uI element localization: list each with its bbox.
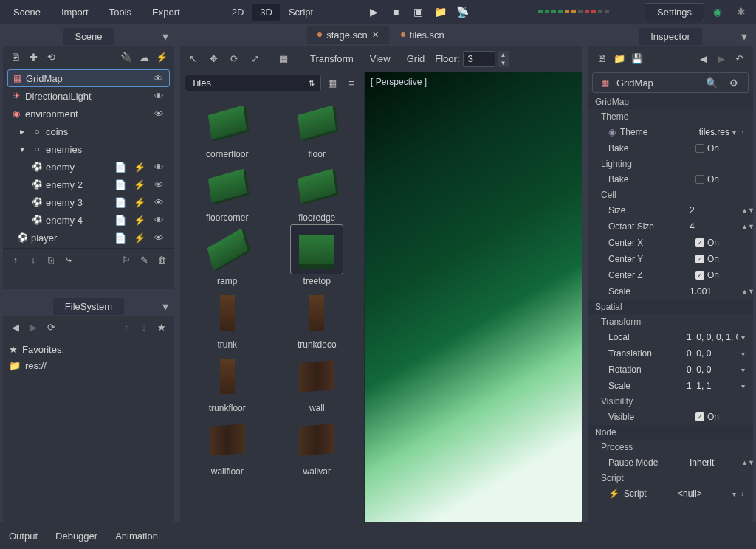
prop-center-z[interactable]: Center Z ✓On <box>588 267 753 283</box>
prop-octant-size[interactable]: Octant Size 4 ▲▼ <box>588 218 753 235</box>
tile-floor[interactable]: floor <box>276 97 359 159</box>
insp-history-icon[interactable]: ↶ <box>731 50 747 66</box>
fs-favorites[interactable]: ★Favorites: <box>9 341 168 357</box>
tree-node-environment[interactable]: ◉environment 👁 <box>7 105 170 122</box>
fs-res-root[interactable]: 📁res:// <box>9 357 168 373</box>
delete-icon[interactable]: 🗑 <box>154 252 170 268</box>
prop-pause-mode[interactable]: Pause Mode Inherit ▲▼ <box>588 455 753 471</box>
nav-forward-icon[interactable]: ▶ <box>25 319 41 335</box>
script-icon[interactable]: ⚡ <box>131 212 148 228</box>
tile-wallvar[interactable]: wallvar <box>276 415 359 477</box>
insp-save-icon[interactable]: 💾 <box>629 50 645 66</box>
insp-forward-icon[interactable]: ▶ <box>713 50 729 66</box>
tile-flooredge[interactable]: flooredge <box>276 161 359 223</box>
tree-node-enemy-2[interactable]: ⚽enemy 2 📄 ⚡ 👁 <box>7 176 170 193</box>
other-tool-icon[interactable]: ⚐ <box>118 252 134 268</box>
menu-export[interactable]: Export <box>143 4 189 21</box>
visibility-icon[interactable]: 👁 <box>151 106 167 122</box>
menu-scene[interactable]: Scene <box>4 4 49 21</box>
insp-back-icon[interactable]: ◀ <box>695 50 712 66</box>
visibility-icon[interactable]: 👁 <box>151 212 167 228</box>
tree-node-player[interactable]: ⚽player 📄 ⚡ 👁 <box>7 229 170 246</box>
tree-node-enemy[interactable]: ⚽enemy 📄 ⚡ 👁 <box>7 158 170 176</box>
open-scene-icon[interactable]: 📄 <box>112 194 128 210</box>
prop-local[interactable]: Local 1, 0, 0, 0, 1, 0, 0, 0, 1, 0, 0, 0… <box>588 329 753 345</box>
visibility-icon[interactable]: 👁 <box>151 176 167 193</box>
inspector-panel-tab[interactable]: Inspector ▾ <box>588 27 753 46</box>
tile-ramp[interactable]: ramp <box>186 224 269 286</box>
tile-trunkfloor[interactable]: trunkfloor <box>186 351 269 413</box>
prop-cell-scale[interactable]: Scale 1.001 ▲▼ <box>588 283 753 300</box>
prop-theme[interactable]: ◉ Theme tiles.res ▾› <box>588 124 753 140</box>
visibility-icon[interactable]: 👁 <box>151 194 167 210</box>
settings-button[interactable]: Settings <box>645 3 704 21</box>
select-tool-icon[interactable]: ↖ <box>185 51 201 67</box>
duplicate-icon[interactable]: ⎘ <box>43 252 59 268</box>
tree-node-gridmap[interactable]: ▦GridMap 👁 <box>7 69 170 87</box>
checkbox-icon[interactable] <box>695 175 704 184</box>
insp-open-icon[interactable]: 📁 <box>611 50 628 66</box>
open-scene-icon[interactable]: 📁 <box>430 3 450 21</box>
open-scene-icon[interactable]: 📄 <box>112 176 128 193</box>
open-scene-icon[interactable]: 📄 <box>112 159 128 175</box>
floor-input[interactable] <box>463 51 495 67</box>
gear-icon[interactable]: ⚙ <box>726 75 742 91</box>
checkbox-icon[interactable]: ✓ <box>695 271 704 280</box>
favorite-icon[interactable]: ★ <box>154 319 170 335</box>
script-icon[interactable]: ⚡ <box>131 159 148 175</box>
tree-node-coins[interactable]: ▸○ coins <box>7 122 170 140</box>
view-3d-button[interactable]: 3D <box>252 4 280 21</box>
visibility-icon[interactable]: 👁 <box>151 229 167 246</box>
tiles-library-select[interactable]: Tiles ⇅ <box>185 75 321 92</box>
visibility-icon[interactable]: 👁 <box>150 70 166 86</box>
tile-floorcorner[interactable]: floorcorner <box>186 161 269 223</box>
play-scene-icon[interactable]: ▣ <box>408 3 428 21</box>
local-coords-icon[interactable]: ▦ <box>275 51 292 67</box>
prop-script[interactable]: ⚡ Script <null> ▾› <box>588 486 753 502</box>
inspector-panel-menu-icon[interactable]: ▾ <box>741 30 747 44</box>
scene-panel-menu-icon[interactable]: ▾ <box>162 30 168 44</box>
prop-translation[interactable]: Translation 0, 0, 0 ▾ <box>588 345 753 362</box>
grid-menu[interactable]: Grid <box>401 51 431 66</box>
move-tool-icon[interactable]: ✥ <box>205 51 221 67</box>
prop-visible[interactable]: Visible ✓On <box>588 409 753 425</box>
tree-node-directional-light[interactable]: ☀DirectionalLight 👁 <box>7 87 170 105</box>
scene-panel-tab[interactable]: Scene ▾ <box>3 27 174 46</box>
tile-trunkdeco[interactable]: trunkdeco <box>276 288 359 350</box>
move-down-icon[interactable]: ↓ <box>25 252 41 268</box>
reparent-icon[interactable]: ⤷ <box>61 252 77 268</box>
tile-treetop[interactable]: treetop <box>276 224 359 286</box>
script-icon[interactable]: ⚡ <box>131 229 148 246</box>
script-icon[interactable]: ⚡ <box>131 176 148 193</box>
prop-bake-lighting[interactable]: Bake On <box>588 171 753 187</box>
animation-tab[interactable]: Animation <box>115 531 158 542</box>
tile-trunk[interactable]: trunk <box>186 288 269 350</box>
nav-down-icon[interactable]: ↓ <box>136 319 152 335</box>
connect-icon[interactable]: 🔌 <box>118 49 134 65</box>
search-icon[interactable]: 🔍 <box>704 75 720 91</box>
rotate-tool-icon[interactable]: ⟳ <box>226 51 242 67</box>
open-scene-icon[interactable]: 📄 <box>112 212 128 228</box>
checkbox-icon[interactable]: ✓ <box>695 238 704 247</box>
visibility-icon[interactable]: 👁 <box>151 159 167 175</box>
open-scene-icon[interactable]: 📄 <box>112 229 128 246</box>
menu-tools[interactable]: Tools <box>100 4 140 21</box>
filesystem-panel-tab[interactable]: FileSystem ▾ <box>3 297 174 316</box>
prop-cell-size[interactable]: Size 2 ▲▼ <box>588 202 753 218</box>
filesystem-panel-menu-icon[interactable]: ▾ <box>162 300 168 314</box>
tree-node-enemy-4[interactable]: ⚽enemy 4 📄 ⚡ 👁 <box>7 211 170 229</box>
debugger-tab[interactable]: Debugger <box>55 531 97 542</box>
prop-center-x[interactable]: Center X ✓On <box>588 235 753 251</box>
output-tab[interactable]: Output <box>9 531 38 542</box>
menu-import[interactable]: Import <box>52 4 97 21</box>
checkbox-icon[interactable]: ✓ <box>695 255 704 263</box>
groups-icon[interactable]: ☁ <box>136 49 152 65</box>
visibility-icon[interactable]: 👁 <box>151 88 167 104</box>
close-icon[interactable]: ✕ <box>372 30 379 40</box>
insp-new-icon[interactable]: 🖹 <box>594 50 610 66</box>
new-node-icon[interactable]: 🖹 <box>7 49 24 65</box>
tree-node-enemy-3[interactable]: ⚽enemy 3 📄 ⚡ 👁 <box>7 193 170 211</box>
scale-tool-icon[interactable]: ⤢ <box>247 51 263 67</box>
script-icon[interactable]: ⚡ <box>131 194 148 210</box>
floor-down-button[interactable]: ▼ <box>498 59 509 67</box>
